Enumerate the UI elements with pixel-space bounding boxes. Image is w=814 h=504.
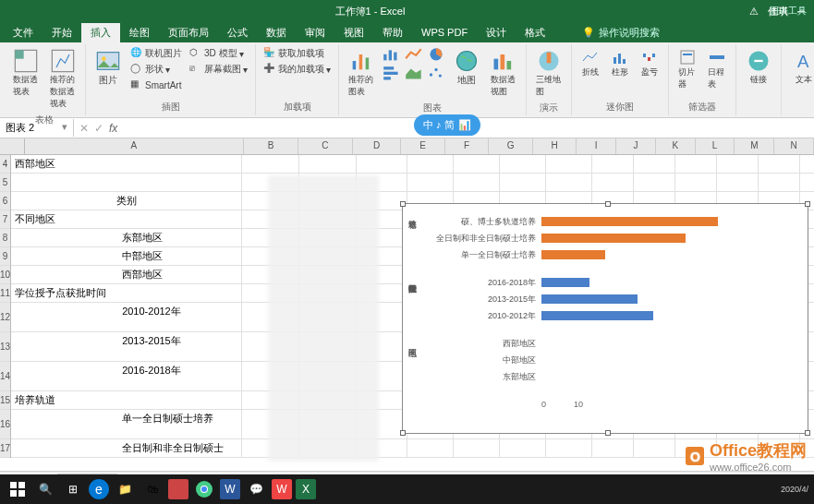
- select-all-corner[interactable]: [0, 138, 25, 155]
- tab-data[interactable]: 数据: [257, 23, 296, 42]
- col-header-C[interactable]: C: [298, 138, 353, 154]
- search-icon[interactable]: 🔍: [33, 477, 57, 501]
- col-header-B[interactable]: B: [244, 138, 298, 154]
- word-icon[interactable]: W: [220, 479, 240, 499]
- recommended-pivot-button[interactable]: 推荐的数据透视表: [46, 46, 79, 112]
- cell[interactable]: 2013-2015年: [11, 332, 242, 362]
- cell[interactable]: 培养轨道: [11, 391, 242, 410]
- recommended-charts-button[interactable]: 推荐的图表: [345, 46, 378, 100]
- my-addins-button[interactable]: ➕我的加载项 ▾: [261, 62, 333, 77]
- cell[interactable]: 单一全日制硕士培养: [11, 410, 242, 439]
- pivot-chart-button[interactable]: 数据透视图: [487, 46, 520, 100]
- tab-view[interactable]: 视图: [334, 23, 373, 42]
- sparkline-column-button[interactable]: 柱形: [607, 46, 633, 80]
- cell[interactable]: 全日制和非全日制硕士: [11, 439, 242, 458]
- user-name[interactable]: 佳琪: [768, 5, 788, 18]
- smartart-button[interactable]: ▦SmartArt: [128, 78, 184, 92]
- cell[interactable]: [717, 174, 759, 192]
- cell[interactable]: 学位授予点获批时间: [11, 284, 242, 303]
- row-header[interactable]: 5: [0, 174, 10, 192]
- taskbar-clock[interactable]: 2020/4/: [781, 485, 808, 494]
- tab-design[interactable]: 设计: [477, 23, 516, 42]
- cell[interactable]: 2016-2018年: [11, 362, 242, 391]
- col-header-I[interactable]: I: [577, 138, 616, 154]
- chart-bar[interactable]: [541, 250, 605, 259]
- sparkline-winloss-button[interactable]: 盈亏: [637, 46, 662, 80]
- row-header[interactable]: 13: [0, 332, 10, 362]
- column-chart-icon[interactable]: [382, 46, 402, 63]
- col-header-E[interactable]: E: [401, 138, 445, 154]
- tab-wps[interactable]: WPS PDF: [412, 24, 477, 41]
- tab-home[interactable]: 开始: [43, 23, 81, 42]
- bar-chart-icon[interactable]: [382, 65, 402, 81]
- row-header[interactable]: 9: [0, 247, 10, 266]
- cell[interactable]: [634, 439, 675, 458]
- cell[interactable]: [800, 155, 814, 174]
- chrome-icon[interactable]: [192, 477, 216, 501]
- row-header[interactable]: 16: [0, 410, 10, 439]
- row-header[interactable]: 11: [0, 284, 10, 303]
- cell[interactable]: [500, 155, 546, 174]
- start-button[interactable]: [6, 477, 30, 501]
- chart-bar[interactable]: [541, 278, 589, 287]
- row-header[interactable]: 12: [0, 303, 10, 332]
- cell[interactable]: [11, 174, 242, 192]
- cell[interactable]: [546, 155, 592, 174]
- cell[interactable]: [500, 174, 546, 192]
- pivot-table-button[interactable]: 数据透视表: [9, 46, 43, 112]
- tab-review[interactable]: 审阅: [296, 23, 334, 42]
- col-header-K[interactable]: K: [656, 138, 696, 154]
- slicer-button[interactable]: 切片器: [674, 46, 700, 92]
- col-header-M[interactable]: M: [735, 138, 774, 154]
- row-header[interactable]: 6: [0, 192, 10, 210]
- embedded-chart[interactable]: 培养轨道硕、博士多轨道培养全日制和非全日制硕士培养单一全日制硕士培养学位授予点获…: [402, 203, 808, 434]
- cell[interactable]: [407, 155, 454, 174]
- cell[interactable]: 西部地区: [11, 155, 242, 174]
- model3d-button[interactable]: ⬡3D 模型 ▾: [188, 46, 249, 61]
- window-minimize[interactable]: ─: [797, 6, 805, 17]
- link-button[interactable]: 链接: [742, 46, 775, 88]
- cell[interactable]: [634, 155, 675, 174]
- cell[interactable]: 中部地区: [11, 247, 242, 266]
- col-header-L[interactable]: L: [696, 138, 735, 154]
- tab-format[interactable]: 格式: [516, 23, 554, 42]
- cell[interactable]: [800, 174, 814, 192]
- chart-bar[interactable]: [541, 234, 686, 243]
- row-header[interactable]: 7: [0, 210, 10, 229]
- fx-icon[interactable]: fx: [109, 122, 117, 135]
- cell[interactable]: [634, 174, 675, 192]
- row-header[interactable]: 8: [0, 229, 10, 247]
- col-header-A[interactable]: A: [25, 138, 244, 154]
- screenshot-button[interactable]: ⎚屏幕截图 ▾: [188, 62, 249, 77]
- online-pictures-button[interactable]: 🌐联机图片: [128, 46, 184, 61]
- cell[interactable]: [546, 174, 592, 192]
- tab-draw[interactable]: 绘图: [120, 23, 159, 42]
- map3d-button[interactable]: 三维地图: [532, 46, 565, 100]
- cell[interactable]: [454, 174, 500, 192]
- cell[interactable]: [546, 439, 592, 458]
- chart-bar[interactable]: [541, 217, 718, 226]
- tab-layout[interactable]: 页面布局: [159, 23, 218, 42]
- pie-chart-icon[interactable]: [426, 46, 446, 63]
- tab-file[interactable]: 文件: [4, 23, 43, 42]
- pictures-button[interactable]: 图片: [91, 46, 125, 92]
- row-header[interactable]: 10: [0, 266, 10, 284]
- excel-icon[interactable]: X: [296, 479, 316, 499]
- cancel-icon[interactable]: ✕: [79, 122, 89, 135]
- shapes-button[interactable]: ◯形状 ▾: [128, 62, 184, 77]
- explorer-icon[interactable]: 📁: [113, 477, 137, 501]
- enter-icon[interactable]: ✓: [94, 122, 103, 135]
- cell[interactable]: [242, 155, 299, 174]
- cell[interactable]: [407, 439, 454, 458]
- maps-button[interactable]: 地图: [450, 46, 483, 100]
- row-header[interactable]: 17: [0, 439, 10, 458]
- sparkline-line-button[interactable]: 折线: [577, 46, 603, 80]
- cell[interactable]: 不同地区: [11, 210, 242, 229]
- col-header-J[interactable]: J: [616, 138, 656, 154]
- col-header-D[interactable]: D: [353, 138, 401, 154]
- cell[interactable]: 西部地区: [11, 266, 242, 284]
- app-icon[interactable]: [168, 479, 188, 499]
- cell[interactable]: [675, 174, 717, 192]
- cell[interactable]: [759, 174, 800, 192]
- cell[interactable]: [592, 439, 634, 458]
